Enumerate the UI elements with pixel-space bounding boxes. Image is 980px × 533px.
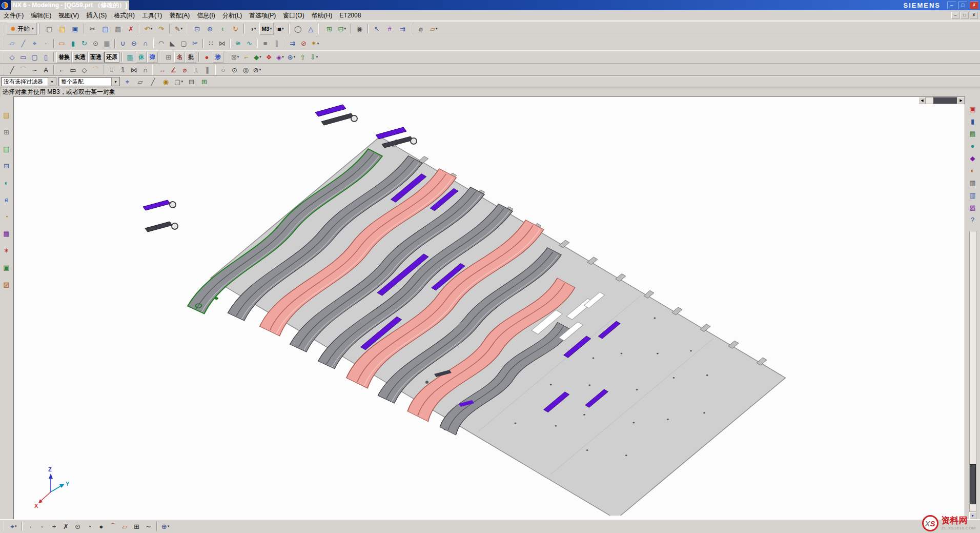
roles-icon[interactable]: ▣ xyxy=(1,262,12,273)
circle-icon[interactable]: ○ xyxy=(218,65,229,75)
angle-tool-icon[interactable]: ⌐ xyxy=(241,52,252,63)
section-view-icon[interactable]: ◐ xyxy=(967,165,978,176)
selection-scope-dropdown[interactable]: ▼ xyxy=(111,77,119,86)
wireframe-display-icon[interactable]: ◯ xyxy=(292,23,304,35)
through-curves-icon[interactable]: ≋ xyxy=(233,38,243,49)
flag-tool-icon[interactable]: ❖ xyxy=(263,52,274,63)
check-region-icon[interactable]: ◆▾ xyxy=(252,52,263,63)
menu-edit[interactable]: 编辑(E) xyxy=(27,10,55,21)
restore-button[interactable]: 还原 xyxy=(104,52,119,63)
datum-csys-icon[interactable]: ⌖ xyxy=(29,38,40,49)
menu-insert[interactable]: 插入(S) xyxy=(83,10,110,21)
direct-sketch-icon-dropdown[interactable]: ▾ xyxy=(181,27,183,31)
copy-icon[interactable]: ▤ xyxy=(99,23,111,35)
snap-point-enable-icon-dropdown[interactable]: ▾ xyxy=(15,524,17,528)
toolbar-handle[interactable] xyxy=(152,65,154,75)
cut-icon[interactable]: ✂ xyxy=(86,23,98,35)
toolbar-handle[interactable] xyxy=(2,38,4,49)
red-marker-icon[interactable]: ● xyxy=(201,52,212,63)
open-icon[interactable]: ▤ xyxy=(56,23,68,35)
new-part-icon[interactable]: ▢ xyxy=(43,23,55,35)
angle-dimension-icon[interactable]: ∠ xyxy=(168,65,179,75)
revolve-icon[interactable]: ↻ xyxy=(79,38,90,49)
hd3d-tools-icon[interactable]: ◐ xyxy=(1,177,12,188)
view-background-icon-dropdown[interactable]: ▾ xyxy=(282,27,284,31)
preview-selection-icon[interactable]: ⊟ xyxy=(186,76,197,87)
standard-parts-icon-dropdown[interactable]: ▾ xyxy=(294,55,296,59)
web-browser-icon[interactable]: e xyxy=(1,194,12,205)
point-icon[interactable]: ∙ xyxy=(40,38,51,49)
graphics-hscrollbar[interactable]: ◀ ▶ xyxy=(918,97,965,104)
assembly-navigator-icon[interactable]: ▤ xyxy=(1,110,12,121)
import-tool-icon[interactable]: ⇩▾ xyxy=(309,52,319,63)
spring-button[interactable]: 弹 xyxy=(147,52,158,63)
extrude-icon[interactable]: ▮ xyxy=(68,38,78,49)
parallel-icon[interactable]: ∥ xyxy=(202,65,213,75)
trim-body-icon[interactable]: ✂ xyxy=(190,38,200,49)
quick-help-icon[interactable]: ? xyxy=(967,214,978,225)
constraint-navigator-icon[interactable]: ⊞ xyxy=(1,127,12,137)
color-tool-icon[interactable]: ◈▾ xyxy=(275,52,285,63)
toolbar-handle[interactable] xyxy=(2,24,4,34)
bookmarks-icon[interactable]: ▮ xyxy=(967,116,978,127)
toolbar-handle[interactable] xyxy=(225,52,227,62)
zoom-icon[interactable]: ⊕ xyxy=(203,23,216,35)
mirror-curve-icon[interactable]: ⋈ xyxy=(129,65,139,75)
system-materials-icon[interactable]: ▦ xyxy=(1,228,12,239)
delete-face-icon[interactable]: ⊘ xyxy=(298,38,309,49)
lock-icon-dropdown[interactable]: ▾ xyxy=(237,55,239,59)
measure-distance-icon[interactable]: ⌀ xyxy=(415,23,427,35)
intersect-icon[interactable]: ∩ xyxy=(140,38,151,49)
graphics-vscrollbar[interactable]: ▼ xyxy=(969,231,977,519)
general-selection-icon-dropdown[interactable]: ▾ xyxy=(181,80,183,84)
mirror-feature-icon[interactable]: ⋈ xyxy=(217,38,228,49)
highlight-selection-icon[interactable]: ◉ xyxy=(160,76,171,87)
hscroll-thumb[interactable] xyxy=(933,97,957,104)
reuse-library-icon[interactable]: ⊟ xyxy=(1,161,12,171)
point-on-curve-icon[interactable]: ⌒ xyxy=(108,521,118,532)
selection-filter-combo[interactable]: 没有选择过滤器 ▼ xyxy=(1,77,56,86)
delete-icon[interactable]: ✗ xyxy=(125,23,137,35)
paste-icon[interactable]: ▦ xyxy=(112,23,124,35)
menu-information[interactable]: 信息(I) xyxy=(193,10,218,21)
polygon-icon[interactable]: ◇ xyxy=(79,65,90,75)
line-icon[interactable]: ╱ xyxy=(7,65,17,75)
intersection-point-icon[interactable]: ✗ xyxy=(60,521,71,532)
thicken-icon[interactable]: ∥ xyxy=(271,38,282,49)
menu-view[interactable]: 视图(V) xyxy=(55,10,83,21)
select-arrow-icon[interactable]: ↖ xyxy=(371,23,383,35)
system-scenes-icon[interactable]: ▨ xyxy=(1,279,12,290)
arc-icon[interactable]: ⌒ xyxy=(18,65,29,75)
document-close-button[interactable]: ✗ xyxy=(970,12,978,19)
conic-icon[interactable]: ⊘▾ xyxy=(252,65,262,75)
drafting-notes-icon-dropdown[interactable]: ▾ xyxy=(436,27,438,31)
offset-curve-icon[interactable]: ≡ xyxy=(106,65,117,75)
point-on-surface-icon[interactable]: ▱ xyxy=(119,521,130,532)
subtract-icon[interactable]: ⊖ xyxy=(129,38,139,49)
hscroll-left-button[interactable]: ◀ xyxy=(918,97,926,104)
hscroll-track[interactable] xyxy=(926,97,957,104)
profile-icon[interactable]: ⌐ xyxy=(56,65,67,75)
spline-icon[interactable]: ∼ xyxy=(29,65,40,75)
control-point-icon[interactable]: + xyxy=(49,521,59,532)
visual-reports-icon[interactable]: ◆ xyxy=(967,153,978,164)
clip-section-icon[interactable]: ▥ xyxy=(967,190,978,201)
part-navigator-icon[interactable]: ▤ xyxy=(1,144,12,154)
move-component-icon[interactable]: ⇉ xyxy=(396,23,409,35)
block-icon[interactable]: ▦ xyxy=(101,38,112,49)
perpendicular-icon[interactable]: ⊥ xyxy=(191,65,201,75)
orient-cube-icon[interactable]: ▦ xyxy=(967,177,978,188)
document-restore-button[interactable]: □ xyxy=(961,12,969,19)
bridge-curve-icon[interactable]: ∩ xyxy=(140,65,151,75)
hatch-display-icon[interactable]: ▥ xyxy=(125,52,135,63)
general-selection-icon[interactable]: ▢▾ xyxy=(173,76,184,87)
edge-blend-icon[interactable]: ◠ xyxy=(156,38,167,49)
rename-button[interactable]: 名 xyxy=(174,52,185,63)
texture-display-icon[interactable]: ▨ xyxy=(967,202,978,213)
export-tool-icon[interactable]: ⇧ xyxy=(297,52,308,63)
assembly-constraints-icon[interactable]: # xyxy=(383,23,396,35)
part-library-icon[interactable]: ▤ xyxy=(967,128,978,139)
start-button[interactable]: ✹ 开始 ▾ xyxy=(7,23,37,35)
vscroll-track[interactable] xyxy=(969,231,976,512)
menu-tools[interactable]: 工具(T) xyxy=(138,10,166,21)
